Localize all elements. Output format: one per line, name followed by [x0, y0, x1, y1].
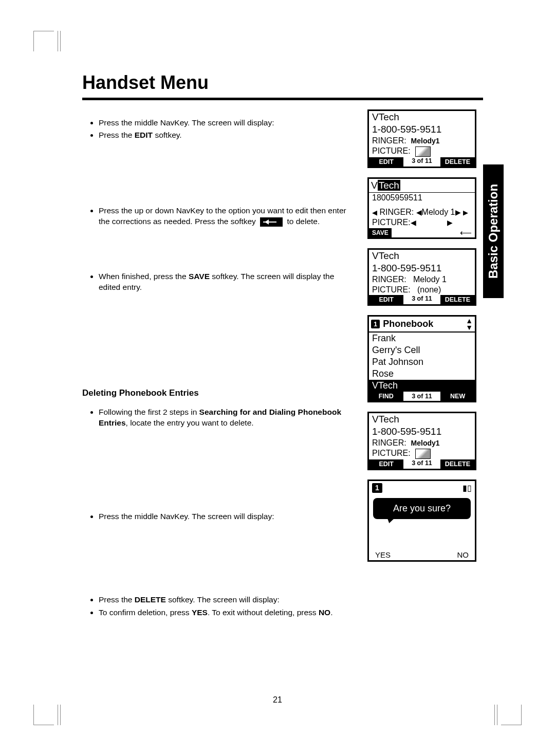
phonebook-title: Phonebook	[383, 319, 433, 329]
phone-screen-view-entry: VTech 1-800-595-9511 RINGER: Melody1 PIC…	[367, 109, 476, 168]
instruction-step: Press the DELETE softkey. The screen wil…	[99, 595, 357, 605]
page-number: 21	[273, 695, 282, 705]
edit-softkey[interactable]: EDIT	[369, 295, 403, 304]
entry-number: 1-800-595-9511	[369, 123, 475, 136]
instruction-step: To confirm deletion, press YES. To exit …	[99, 607, 357, 618]
delete-softkey[interactable]: DELETE	[440, 459, 475, 469]
phone-screen-confirm: 1 ▮▯ Are you sure? YES NO	[367, 480, 476, 562]
delete-softkey[interactable]: DELETE	[440, 157, 475, 167]
instruction-step: Press the middle NavKey. The screen will…	[99, 118, 357, 128]
phonebook-entry[interactable]: Gerry's Cell	[369, 344, 475, 356]
phonebook-entry[interactable]: Frank	[369, 333, 475, 344]
save-softkey[interactable]: SAVE	[369, 228, 392, 237]
instruction-step: Press the up or down NavKey to the optio…	[99, 206, 357, 227]
edit-number: 18005959511	[369, 193, 475, 203]
phone-screen-edit-entry: VTech 18005959511 RINGER: ◀Melody 1▶ PIC…	[367, 177, 476, 239]
title-rule	[82, 98, 483, 100]
instruction-step: Following the first 2 steps in Searching…	[99, 407, 357, 429]
picture-selector[interactable]: PICTURE:◀▶	[369, 217, 475, 228]
entry-counter: 3 of 11	[403, 392, 441, 401]
phonebook-entry[interactable]: Pat Johnson	[369, 356, 475, 368]
picture-row: PICTURE:	[369, 146, 475, 157]
ringer-row: RINGER: Melody 1	[369, 274, 475, 285]
entry-number: 1-800-595-9511	[369, 262, 475, 274]
new-softkey[interactable]: NEW	[440, 392, 475, 401]
instruction-step: Press the middle NavKey. The screen will…	[99, 511, 357, 522]
entry-counter: 3 of 11	[403, 295, 440, 304]
side-tab: Basic Operation	[483, 164, 504, 298]
phone-screen-phonebook: 1 Phonebook ▲▼ FrankGerry's CellPat John…	[367, 315, 476, 402]
subsection-heading: Deleting Phonebook Entries	[82, 388, 357, 399]
edit-softkey[interactable]: EDIT	[369, 157, 403, 167]
ringer-row: RINGER: Melody1	[369, 136, 475, 146]
instruction-step: Press the EDIT softkey.	[99, 130, 357, 141]
phone-screen-edited-entry: VTech 1-800-595-9511 RINGER: Melody 1 PI…	[367, 248, 476, 306]
entry-counter: 3 of 11	[403, 459, 440, 469]
yes-softkey[interactable]: YES	[375, 550, 391, 559]
entry-name: VTech	[369, 413, 475, 426]
handset-number-badge: 1	[372, 483, 382, 493]
edit-softkey[interactable]: EDIT	[369, 459, 403, 469]
ringer-selector[interactable]: RINGER: ◀Melody 1▶	[369, 207, 475, 217]
find-softkey[interactable]: FIND	[369, 392, 403, 401]
instruction-step: When finished, press the SAVE softkey. T…	[99, 271, 357, 293]
picture-thumbnail-icon	[415, 146, 431, 157]
screens-column: VTech 1-800-595-9511 RINGER: Melody1 PIC…	[367, 109, 483, 626]
instructions-column: Press the middle NavKey. The screen will…	[82, 109, 357, 626]
delete-key-icon	[260, 217, 283, 227]
entry-counter: 3 of 11	[403, 157, 440, 167]
phonebook-entry[interactable]: Rose	[369, 368, 475, 380]
entry-name: VTech	[369, 111, 475, 123]
picture-thumbnail-icon	[415, 449, 431, 459]
back-arrow-icon[interactable]: ⟵	[395, 228, 475, 237]
page-title: Handset Menu	[82, 72, 483, 94]
scroll-arrows-icon: ▲▼	[466, 318, 473, 330]
confirm-message: Are you sure?	[373, 498, 471, 519]
delete-softkey[interactable]: DELETE	[440, 295, 475, 304]
picture-row: PICTURE: (none)	[369, 285, 475, 295]
entry-number: 1-800-595-9511	[369, 426, 475, 438]
ringer-row: RINGER: Melody1	[369, 438, 475, 448]
handset-number-badge: 1	[371, 320, 380, 328]
phone-screen-view-entry: VTech 1-800-595-9511 RINGER: Melody1 PIC…	[367, 412, 476, 470]
edit-name-field[interactable]: VTech	[369, 179, 475, 192]
no-softkey[interactable]: NO	[457, 550, 469, 559]
picture-row: PICTURE:	[369, 448, 475, 459]
entry-name: VTech	[369, 250, 475, 262]
phonebook-entry[interactable]: VTech	[369, 380, 475, 392]
battery-icon: ▮▯	[462, 483, 472, 493]
